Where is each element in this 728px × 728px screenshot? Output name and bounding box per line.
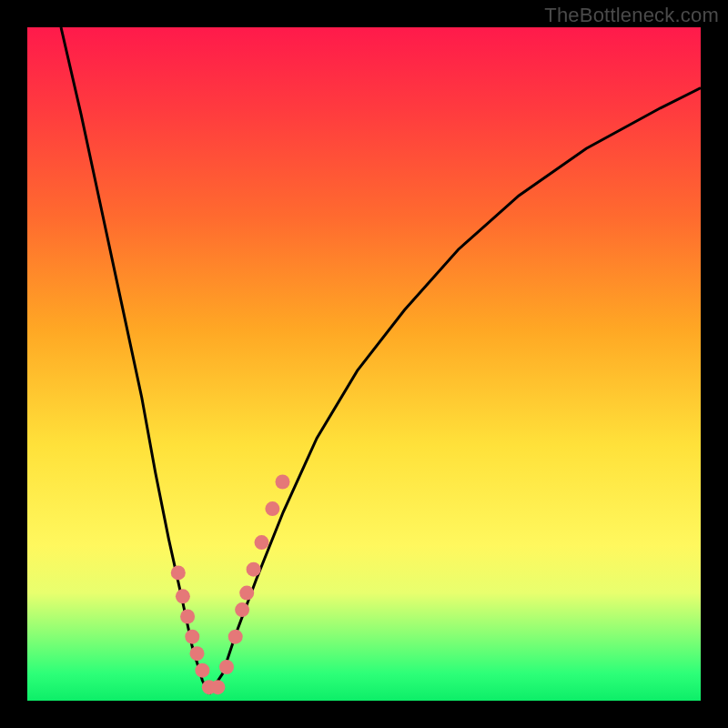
curve-right-branch [209,88,701,694]
data-dot [255,535,269,550]
data-dot [247,562,261,577]
watermark-text: TheBottleneck.com [544,4,719,27]
data-dot [219,660,234,674]
data-dot [235,602,249,617]
data-dot [185,630,199,644]
data-dot [190,646,205,661]
chart-frame: TheBottleneck.com [0,0,728,728]
data-dot [171,565,186,580]
data-dot [265,501,279,516]
data-dot [239,586,254,601]
chart-svg [27,27,701,701]
curve-group [61,27,701,694]
data-dot [180,610,195,624]
data-dot [228,630,243,644]
data-dot [195,663,209,678]
data-dot [276,475,290,490]
chart-plot-area [27,27,701,701]
data-dot [210,680,225,694]
dots-group [171,475,290,695]
data-dot [176,589,190,603]
